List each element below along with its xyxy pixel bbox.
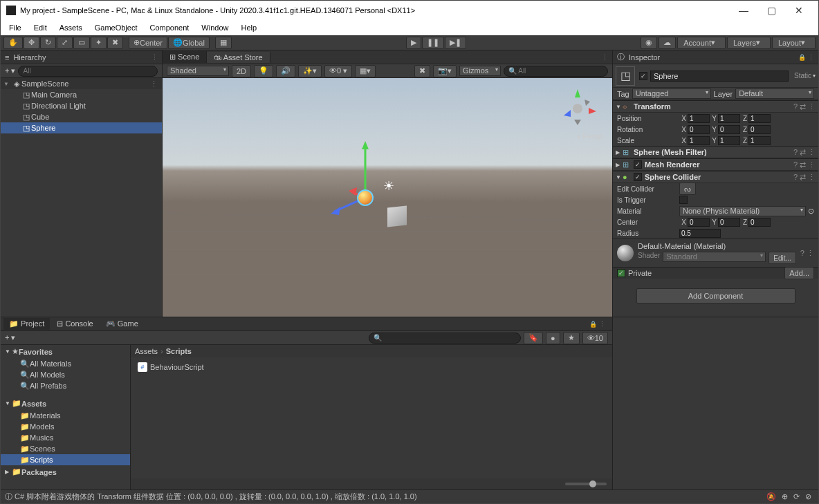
panel-menu-icon[interactable]: ⋮ [151, 54, 158, 61]
menu-window[interactable]: Window [196, 22, 234, 33]
folder-item[interactable]: 📁 Models [1, 421, 130, 432]
fx-toggle[interactable]: ✨▾ [298, 65, 322, 77]
hand-tool[interactable]: ✋ [3, 37, 23, 49]
draw-mode[interactable]: Shaded [167, 66, 229, 76]
ctr-y[interactable] [718, 218, 740, 227]
scl-y[interactable] [718, 136, 740, 145]
project-create[interactable]: + ▾ [5, 333, 15, 342]
menu-icon[interactable]: ⋮ [808, 102, 816, 111]
gameobject-name-input[interactable] [650, 71, 789, 82]
static-dropdown[interactable]: ▾ [813, 73, 816, 79]
layout-dropdown[interactable]: Layout ▾ [772, 37, 816, 49]
pos-y[interactable] [718, 114, 740, 123]
rect-tool[interactable]: ▭ [73, 37, 90, 49]
is-trigger-checkbox[interactable] [679, 196, 688, 204]
collider-enabled[interactable]: ✓ [634, 173, 642, 181]
pivot-mode[interactable]: ⊕Center [129, 37, 167, 49]
play-button[interactable]: ▶ [406, 37, 421, 49]
folder-item[interactable]: 📁 Materials [1, 410, 130, 421]
favorites-header[interactable]: ▼★ Favorites [1, 345, 130, 358]
folder-item[interactable]: 📁 Scenes [1, 443, 130, 454]
step-button[interactable]: ▶❚ [445, 37, 466, 49]
pause-button[interactable]: ❚❚ [422, 37, 444, 49]
tab-asset-store[interactable]: 🛍 Asset Store [207, 52, 270, 63]
edit-collider-button[interactable]: ᔓ [679, 183, 696, 195]
hidden-toggle[interactable]: 👁0 ▾ [324, 65, 352, 77]
fav-item[interactable]: 🔍 All Materials [1, 358, 130, 369]
hierarchy-item[interactable]: ◳Directional Light [1, 100, 162, 111]
grid-toggle[interactable]: ▦▾ [355, 65, 376, 77]
status-icon[interactable]: ⊘ [805, 492, 811, 501]
add-component-button[interactable]: Add Component [636, 288, 795, 304]
gameobject-type-icon[interactable]: ◳ [616, 66, 635, 86]
zoom-slider[interactable] [565, 483, 607, 485]
assets-header[interactable]: ▼📁 Assets [1, 397, 130, 410]
pivot-rotation[interactable]: 🌐Global [168, 37, 210, 49]
fav-item[interactable]: 🔍 All Models [1, 369, 130, 380]
lock-icon[interactable]: 🔒 ⋮ [798, 54, 814, 61]
mesh-renderer-header[interactable]: ▶⊞ ✓ Mesh Renderer ?⇄⋮ [613, 158, 818, 171]
menu-component[interactable]: Component [144, 22, 194, 33]
panel-menu-icon[interactable]: ⋮ [598, 54, 612, 61]
renderer-enabled[interactable]: ✓ [634, 160, 642, 169]
lighting-toggle[interactable]: 💡 [254, 65, 273, 77]
rotate-tool[interactable]: ↻ [40, 37, 56, 49]
visibility-count[interactable]: 👁10 [582, 332, 608, 344]
tab-console[interactable]: ⊟ Console [51, 318, 98, 330]
rot-z[interactable] [748, 125, 771, 134]
tab-game[interactable]: 🎮 Game [100, 318, 144, 330]
breadcrumb[interactable]: Assets›Scripts [131, 345, 612, 357]
ctr-x[interactable] [688, 218, 710, 227]
shader-dropdown[interactable]: Standard [663, 252, 766, 262]
tools-icon[interactable]: ✖ [414, 65, 430, 77]
close-button[interactable]: ✕ [785, 5, 813, 16]
collab-button[interactable]: ◉ [641, 37, 657, 49]
orientation-gizmo[interactable] [557, 88, 598, 129]
layers-dropdown[interactable]: Layers ▾ [727, 37, 771, 49]
favorite-icon[interactable]: ● [546, 332, 560, 344]
script-file[interactable]: # BehaviourScript [135, 362, 608, 373]
camera-icon[interactable]: 📷▾ [433, 65, 457, 77]
cloud-button[interactable]: ☁ [659, 37, 676, 49]
rot-x[interactable] [688, 125, 710, 134]
menu-edit[interactable]: Edit [28, 22, 53, 33]
fav-item[interactable]: 🔍 All Prefabs [1, 380, 130, 391]
project-search[interactable] [369, 333, 521, 344]
lock-icon[interactable]: 🔒 ⋮ [585, 321, 609, 328]
menu-assets[interactable]: Assets [54, 22, 88, 33]
status-icon[interactable]: 🔕 [766, 492, 776, 501]
tag-dropdown[interactable]: Untagged [632, 88, 711, 99]
scl-z[interactable] [748, 136, 771, 145]
transform-tool[interactable]: ✦ [91, 37, 107, 49]
menu-help[interactable]: Help [235, 22, 262, 33]
preset-icon[interactable]: ⇄ [800, 102, 806, 111]
help-icon[interactable]: ? [793, 102, 798, 111]
menu-file[interactable]: File [3, 22, 27, 33]
custom-tool[interactable]: ✖ [107, 37, 123, 49]
edit-shader-button[interactable]: Edit... [769, 252, 796, 264]
status-icon[interactable]: ⟳ [793, 492, 800, 501]
add-material-button[interactable]: Add... [784, 267, 814, 279]
collider-header[interactable]: ▼● ✓ Sphere Collider ?⇄⋮ [613, 171, 818, 183]
hidden-icon[interactable]: ★ [563, 332, 580, 344]
status-icon[interactable]: ⊕ [782, 492, 788, 501]
transform-header[interactable]: ▼⟐ Transform ?⇄⋮ [613, 100, 818, 113]
folder-item[interactable]: 📁 Musics [1, 432, 130, 443]
snap-button[interactable]: ▦ [215, 37, 232, 49]
account-dropdown[interactable]: Account ▾ [677, 37, 726, 49]
menu-gameobject[interactable]: GameObject [89, 22, 143, 33]
rot-y[interactable] [718, 125, 740, 134]
minimize-button[interactable]: — [730, 5, 757, 16]
packages-header[interactable]: ▶📁 Packages [1, 465, 130, 478]
folder-item-selected[interactable]: 📁 Scripts [1, 454, 130, 465]
scene-search[interactable] [504, 66, 608, 77]
mesh-filter-header[interactable]: ▶⊞ Sphere (Mesh Filter) ?⇄⋮ [613, 146, 818, 158]
scene-root[interactable]: ▼◈ SampleScene ⋮ [1, 78, 162, 89]
scene-view[interactable]: ☀ [163, 78, 612, 317]
layer-dropdown[interactable]: Default [735, 88, 814, 99]
physic-material[interactable]: None (Physic Material) [679, 206, 806, 216]
2d-toggle[interactable]: 2D [232, 65, 251, 77]
radius-input[interactable] [679, 229, 721, 238]
pos-z[interactable] [748, 114, 771, 123]
tab-scene[interactable]: ⊞ Scene [163, 51, 207, 63]
